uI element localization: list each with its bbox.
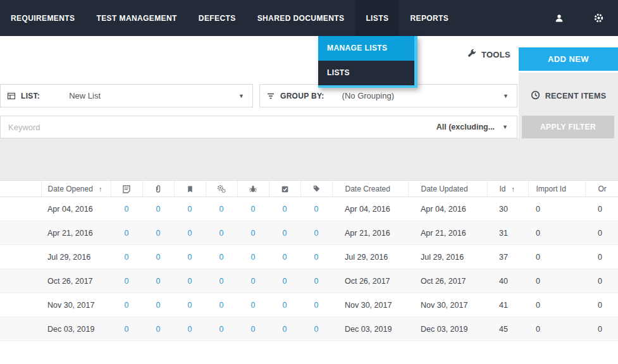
gears-icon <box>216 184 226 193</box>
count-link[interactable]: 0 <box>283 229 287 238</box>
count-link[interactable]: 0 <box>283 205 287 214</box>
nav-item-test-management[interactable]: TEST MANAGEMENT <box>85 0 187 36</box>
paperclip-icon <box>154 184 163 193</box>
count-link[interactable]: 0 <box>283 277 287 286</box>
lists-table: Date Opened↑ <box>0 180 618 341</box>
count-link[interactable]: 0 <box>156 277 161 286</box>
count-link[interactable]: 0 <box>156 301 161 310</box>
list-dropdown[interactable]: LIST: New List ▼ <box>0 84 253 107</box>
count-link[interactable]: 0 <box>283 253 287 262</box>
id-cell: 30 <box>487 197 528 221</box>
import-id-cell: 0 <box>528 317 585 341</box>
header-tags[interactable] <box>300 181 332 197</box>
scope-selected-value: All (excluding... <box>436 123 495 131</box>
count-link[interactable]: 0 <box>156 229 161 238</box>
header-automation[interactable] <box>206 181 237 197</box>
count-link[interactable]: 0 <box>188 325 192 334</box>
keyword-input[interactable] <box>1 116 436 138</box>
count-link[interactable]: 0 <box>156 205 161 214</box>
count-link[interactable]: 0 <box>125 277 129 286</box>
count-link[interactable]: 0 <box>251 253 256 262</box>
count-link[interactable]: 0 <box>156 325 161 334</box>
apply-filter-button[interactable]: APPLY FILTER <box>522 116 614 138</box>
count-link[interactable]: 0 <box>156 253 161 262</box>
lists-dropdown-menu: MANAGE LISTS LISTS <box>318 36 417 88</box>
scope-dropdown[interactable]: All (excluding... ▼ <box>436 123 508 131</box>
header-tasks[interactable] <box>269 181 300 197</box>
import-id-cell: 0 <box>528 245 585 269</box>
count-link[interactable]: 0 <box>125 229 129 238</box>
count-link[interactable]: 0 <box>188 253 192 262</box>
sort-asc-icon: ↑ <box>512 185 516 193</box>
bookmark-icon <box>186 184 194 193</box>
count-cell: 0 <box>206 269 237 293</box>
count-link[interactable]: 0 <box>188 277 192 286</box>
count-cell: 0 <box>206 245 237 269</box>
header-date-created[interactable]: Date Created <box>332 181 408 197</box>
count-link[interactable]: 0 <box>219 229 224 238</box>
nav-item-shared-documents[interactable]: SHARED DOCUMENTS <box>247 0 355 36</box>
count-cell: 0 <box>237 197 269 221</box>
date-created-cell: Apr 04, 2016 <box>332 197 408 221</box>
chevron-down-icon: ▼ <box>238 93 244 99</box>
or-cell: 0 <box>585 317 618 341</box>
count-link[interactable]: 0 <box>251 205 256 214</box>
recent-items-button[interactable]: RECENT ITEMS <box>519 84 618 107</box>
count-link[interactable]: 0 <box>125 205 129 214</box>
nav-item-reports[interactable]: REPORTS <box>399 0 459 36</box>
count-link[interactable]: 0 <box>125 253 129 262</box>
header-or[interactable]: Or <box>585 181 618 197</box>
count-link[interactable]: 0 <box>219 205 224 214</box>
header-date-opened[interactable]: Date Opened↑ <box>41 181 111 197</box>
nav-item-defects[interactable]: DEFECTS <box>188 0 247 36</box>
count-link[interactable]: 0 <box>188 301 192 310</box>
count-link[interactable]: 0 <box>125 301 129 310</box>
count-link[interactable]: 0 <box>314 253 319 262</box>
date-created-cell: Dec 03, 2019 <box>332 317 408 341</box>
count-link[interactable]: 0 <box>125 325 129 334</box>
count-cell: 0 <box>269 317 300 341</box>
gear-icon[interactable] <box>593 13 604 23</box>
right-rail: RECENT ITEMS APPLY FILTER <box>519 73 618 180</box>
table-row: Dec 03, 20190000000Dec 03, 2019Dec 03, 2… <box>0 317 618 341</box>
count-link[interactable]: 0 <box>251 301 256 310</box>
count-link[interactable]: 0 <box>251 277 256 286</box>
count-link[interactable]: 0 <box>314 229 319 238</box>
count-link[interactable]: 0 <box>219 277 224 286</box>
add-new-button[interactable]: ADD NEW <box>519 47 618 71</box>
menu-item-manage-lists[interactable]: MANAGE LISTS <box>318 36 414 61</box>
header-bookmarks[interactable] <box>174 181 206 197</box>
count-link[interactable]: 0 <box>314 301 319 310</box>
sort-asc-icon: ↑ <box>99 185 102 193</box>
date-opened-cell: Nov 30, 2017 <box>41 293 111 317</box>
date-opened-cell: Jul 29, 2016 <box>41 245 111 269</box>
count-link[interactable]: 0 <box>188 205 192 214</box>
count-link[interactable]: 0 <box>314 277 319 286</box>
count-cell: 0 <box>237 245 269 269</box>
nav-item-lists[interactable]: LISTS <box>355 0 399 36</box>
count-link[interactable]: 0 <box>251 229 256 238</box>
count-link[interactable]: 0 <box>219 253 224 262</box>
header-date-updated[interactable]: Date Updated <box>408 181 487 197</box>
count-link[interactable]: 0 <box>251 325 256 334</box>
import-id-cell: 0 <box>528 269 585 293</box>
nav-item-requirements[interactable]: REQUIREMENTS <box>0 0 85 36</box>
header-id[interactable]: Id↑ <box>487 181 528 197</box>
count-link[interactable]: 0 <box>283 325 287 334</box>
count-link[interactable]: 0 <box>219 325 224 334</box>
filters-region: RECENT ITEMS APPLY FILTER LIST: New List… <box>0 73 618 180</box>
count-link[interactable]: 0 <box>314 205 319 214</box>
count-cell: 0 <box>269 269 300 293</box>
count-link[interactable]: 0 <box>188 229 192 238</box>
header-defects[interactable] <box>237 181 269 197</box>
count-link[interactable]: 0 <box>219 301 224 310</box>
menu-item-lists[interactable]: LISTS <box>318 61 414 85</box>
header-import-id[interactable]: Import Id <box>528 181 585 197</box>
count-link[interactable]: 0 <box>314 325 319 334</box>
count-link[interactable]: 0 <box>283 301 287 310</box>
user-icon[interactable] <box>554 13 564 23</box>
tools-button[interactable]: TOOLS <box>467 36 510 73</box>
header-attachments[interactable] <box>142 181 174 197</box>
gray-band <box>0 138 519 180</box>
header-notes[interactable] <box>111 181 142 197</box>
